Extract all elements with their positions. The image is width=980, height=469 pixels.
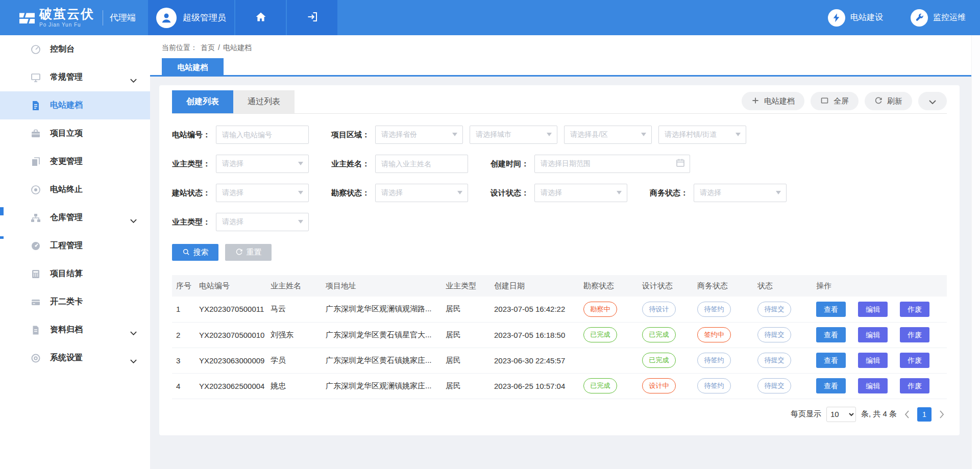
search-icon [182,248,190,257]
city-select[interactable]: 请选择城市 [470,126,557,144]
filter-form: 电站编号： 项目区域： 请选择省份 请选择城市 请选择县/区 [172,114,947,261]
user-menu[interactable]: 超级管理员 [148,0,234,35]
view-button[interactable]: 查看 [816,327,846,342]
sidebar-item-label: 仓库管理 [50,212,83,223]
business-status-select[interactable]: 请选择 [694,184,787,202]
void-button[interactable]: 作废 [900,353,929,368]
survey-status-select[interactable]: 请选择 [375,184,468,202]
logout-button[interactable] [287,0,337,35]
station-table: 序号 电站编号 业主姓名 项目地址 业主类型 创建日期 勘察状态 设计状态 商务… [172,275,947,399]
breadcrumb-home-link[interactable]: 首页 [201,43,215,53]
county-select[interactable]: 请选择县/区 [564,126,652,144]
edit-button[interactable]: 编辑 [858,302,888,317]
sidebar: 控制台 常规管理 电站建档 项目立项 [0,35,150,469]
owner-type-select[interactable]: 请选择 [216,155,309,173]
nav-station-build[interactable]: 电站建设 [828,9,883,27]
sidebar-item-label: 工程管理 [50,240,83,251]
add-station-button[interactable]: 电站建档 [742,92,804,110]
nav-monitor-ops[interactable]: 监控运维 [911,9,966,27]
tab-pass-list[interactable]: 通过列表 [233,90,295,113]
header-nav: 电站建设 监控运维 [828,0,980,35]
view-button[interactable]: 查看 [816,302,846,317]
filter-row-2: 业主类型： 请选择 业主姓名： 创建时间： 请选择日期范围 [172,155,947,173]
collapse-toolbar-button[interactable] [918,92,947,110]
sidebar-item-general-mgmt[interactable]: 常规管理 [0,63,150,91]
add-station-label: 电站建档 [764,96,795,106]
cell-type: 居民 [442,322,490,348]
cell-type: 居民 [442,373,490,399]
prev-page-button[interactable] [902,410,912,418]
scrollbar-track[interactable] [971,35,980,469]
view-button[interactable]: 查看 [816,378,846,393]
cell-no: 1 [172,297,195,322]
sidebar-item-console[interactable]: 控制台 [0,35,150,63]
card-icon [30,297,41,308]
status-pill: 待签约 [697,353,731,368]
sidebar-item-project-settlement[interactable]: 项目结算 [0,260,150,288]
sidebar-item-engineering-mgmt[interactable]: 工程管理 [0,232,150,260]
station-no-input[interactable] [216,126,309,144]
per-page-select[interactable]: 10 [826,407,856,422]
edit-button[interactable]: 编辑 [858,353,888,368]
edit-button[interactable]: 编辑 [858,378,888,393]
reset-button[interactable]: 重置 [225,244,272,261]
chevron-down-icon [130,328,137,337]
province-select[interactable]: 请选择省份 [375,126,463,144]
cell-code: YX2023063000009 [195,348,266,373]
cell-type: 居民 [442,297,490,322]
sidebar-item-warehouse-mgmt[interactable]: 仓库管理 [0,204,150,232]
view-button[interactable]: 查看 [816,353,846,368]
sidebar-item-change-mgmt[interactable]: 变更管理 [0,147,150,176]
fullscreen-button[interactable]: 全屏 [811,92,859,110]
tab-create-list[interactable]: 创建列表 [172,90,233,113]
wrench-icon [911,9,928,27]
sidebar-item-project-initiation[interactable]: 项目立项 [0,119,150,147]
chevron-down-icon [929,97,936,106]
owner-name-label: 业主姓名： [331,159,370,169]
chevron-down-icon [130,356,137,365]
refresh-button[interactable]: 刷新 [865,92,912,110]
home-button[interactable] [235,0,286,35]
sidebar-item-data-archive[interactable]: 资料归档 [0,316,150,344]
logout-icon [306,11,318,25]
sidebar-item-label: 资料归档 [50,325,83,335]
caret-down-icon [298,162,303,165]
page-tab-station-archive[interactable]: 电站建档 [162,58,224,77]
sidebar-item-label: 常规管理 [50,72,83,83]
document-icon [30,100,41,111]
table-row: 4 YX2023062500004 姚忠 广东深圳龙华区观澜镇姚家庄... 居民… [172,373,947,399]
cell-no: 2 [172,322,195,348]
logo-title: 破茧云伏 [39,8,94,20]
build-status-label: 建站状态： [172,188,210,198]
build-status-select[interactable]: 请选择 [216,184,309,202]
design-status-select[interactable]: 请选择 [534,184,627,202]
sidebar-item-system-settings[interactable]: 系统设置 [0,344,150,372]
cell-no: 3 [172,348,195,373]
logo-subtitle: Po Jian Yun Fu [39,22,94,28]
owner-name-input[interactable] [375,155,468,173]
date-range-input[interactable]: 请选择日期范围 [534,155,690,173]
next-page-button[interactable] [937,410,947,418]
fullscreen-label: 全屏 [834,96,849,106]
logo[interactable]: 破茧云伏 Po Jian Yun Fu 代理端 [0,0,148,35]
page-number-current[interactable]: 1 [917,407,932,422]
owner-type2-select[interactable]: 请选择 [216,213,309,231]
town-select[interactable]: 请选择村镇/街道 [658,126,746,144]
col-status: 状态 [753,275,812,297]
search-button[interactable]: 搜索 [172,244,218,261]
edit-button[interactable]: 编辑 [858,327,888,342]
city-placeholder: 请选择城市 [476,130,511,139]
total-count-label: 条, 共 4 条 [861,409,897,419]
status-pill: 已完成 [583,327,617,342]
sidebar-item-type2-card[interactable]: 开二类卡 [0,288,150,316]
logo-text: 破茧云伏 Po Jian Yun Fu [39,8,94,28]
status-pill: 待提交 [757,327,791,342]
status-pill: 待提交 [757,353,791,368]
sidebar-item-station-archive[interactable]: 电站建档 [0,91,150,119]
sidebar-item-station-termination[interactable]: 电站终止 [0,176,150,204]
header-divider [103,10,103,26]
void-button[interactable]: 作废 [900,327,929,342]
filter-row-3: 建站状态： 请选择 勘察状态： 请选择 设计状态： 请 [172,184,947,202]
void-button[interactable]: 作废 [900,302,929,317]
void-button[interactable]: 作废 [900,378,929,393]
